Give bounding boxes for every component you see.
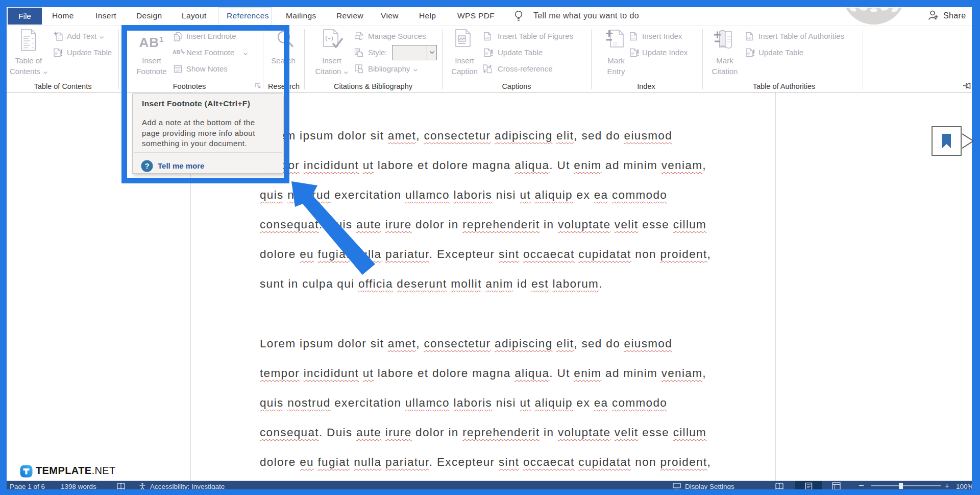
tab-view[interactable]: View xyxy=(381,7,399,25)
update-index-button[interactable]: Update Index xyxy=(642,48,688,58)
zoom-in-button[interactable]: + xyxy=(945,481,949,489)
zoom-slider-thumb[interactable] xyxy=(899,483,903,489)
group-separator xyxy=(863,29,863,89)
tooltip-title: Insert Footnote (Alt+Ctrl+F) xyxy=(142,99,250,108)
tab-review[interactable]: Review xyxy=(336,7,363,25)
group-label-authorities: Table of Authorities xyxy=(738,82,830,90)
document-text-line[interactable]: consequat. Duis aute irure dolor in repr… xyxy=(260,418,706,447)
add-text-button[interactable]: Add Text xyxy=(67,31,104,41)
button-label: Entry xyxy=(588,66,644,77)
tooltip-body: Add a note at the bottom of the page pro… xyxy=(142,117,255,149)
status-display-settings[interactable]: Display Settings xyxy=(685,483,734,489)
mark-entry-icon xyxy=(605,29,627,51)
document-text-line[interactable]: dolore eu fugiat nulla pariatur. Excepte… xyxy=(260,447,711,477)
status-bar: Page 1 of 6 1398 words Accessibility: In… xyxy=(7,481,972,489)
update-table-captions-icon xyxy=(483,48,494,58)
tell-me-more-link[interactable]: Tell me more xyxy=(158,161,204,170)
help-icon: ? xyxy=(141,160,153,172)
style-combo-arrow[interactable] xyxy=(427,45,436,60)
style-icon xyxy=(354,48,364,58)
accessibility-icon[interactable] xyxy=(139,482,146,489)
tab-help[interactable]: Help xyxy=(419,7,436,25)
insert-citation-button[interactable]: Insert Citation xyxy=(304,55,360,77)
table-of-contents-icon xyxy=(21,29,36,51)
group-label-index: Index xyxy=(631,82,662,90)
update-table-authorities-button[interactable]: Update Table xyxy=(758,48,803,58)
button-label: Table of xyxy=(1,55,57,66)
zoom-out-button[interactable]: – xyxy=(859,481,864,489)
tab-design[interactable]: Design xyxy=(136,7,162,25)
group-label-captions: Captions xyxy=(491,82,542,90)
brand-name: TEMPLATE.NET xyxy=(36,465,116,477)
insert-index-button[interactable]: Insert Index xyxy=(642,31,682,41)
tab-insert[interactable]: Insert xyxy=(95,7,116,25)
page-right-edge xyxy=(775,92,776,481)
share-button[interactable]: Share xyxy=(943,7,966,25)
cross-reference-button[interactable]: Cross-reference xyxy=(498,64,553,74)
bibliography-button[interactable]: Bibliography xyxy=(368,64,418,74)
mark-entry-button[interactable]: Mark Entry xyxy=(588,55,644,77)
update-table-icon xyxy=(53,48,63,58)
tab-file[interactable]: File xyxy=(8,8,42,25)
style-label: Style: xyxy=(368,48,387,58)
button-label: Mark xyxy=(697,55,753,66)
button-label: Citation xyxy=(304,66,360,77)
update-index-icon xyxy=(629,48,640,58)
button-label: Citation xyxy=(697,66,753,77)
tell-me-box[interactable]: Tell me what you want to do xyxy=(533,7,639,25)
status-word-count[interactable]: 1398 words xyxy=(61,483,96,489)
insert-footnote-tooltip: Insert Footnote (Alt+Ctrl+F) Add a note … xyxy=(132,93,283,174)
tab-home[interactable]: Home xyxy=(52,7,74,25)
read-mode-icon[interactable] xyxy=(775,482,784,489)
zoom-slider-track[interactable] xyxy=(871,485,941,486)
share-icon xyxy=(928,10,939,21)
document-text-line[interactable]: Lorem ipsum dolor sit amet, consectetur … xyxy=(260,329,672,359)
group-label-toc: Table of Contents xyxy=(19,82,106,90)
tab-layout[interactable]: Layout xyxy=(182,7,207,25)
document-text-line[interactable]: tempor incididunt ut labore et dolore ma… xyxy=(260,359,706,388)
add-text-icon xyxy=(53,31,63,41)
update-table-button[interactable]: Update Table xyxy=(67,48,112,58)
style-combobox[interactable] xyxy=(392,45,437,60)
bibliography-icon xyxy=(354,64,364,74)
svg-text:?: ? xyxy=(144,161,149,170)
manage-sources-button[interactable]: Manage Sources xyxy=(368,31,426,41)
proofing-icon[interactable] xyxy=(116,482,126,489)
zoom-level[interactable]: 100% xyxy=(956,483,972,489)
insert-table-of-authorities-button[interactable]: Insert Table of Authorities xyxy=(758,31,844,41)
button-label: Contents xyxy=(1,66,57,77)
insert-caption-icon xyxy=(454,29,475,51)
brand-logo-icon xyxy=(20,465,33,478)
insert-table-of-figures-icon xyxy=(483,31,494,41)
watermark-circle xyxy=(842,8,906,25)
lightbulb-icon xyxy=(513,10,524,21)
table-of-contents-button[interactable]: Table of Contents xyxy=(1,55,57,77)
bookmark-widget[interactable] xyxy=(931,126,974,157)
button-label: Insert xyxy=(304,55,360,66)
insert-citation-icon xyxy=(322,29,344,51)
mark-citation-icon xyxy=(714,30,736,52)
status-page-number[interactable]: Page 1 of 6 xyxy=(10,483,45,489)
document-text-line[interactable]: Lorem ipsum dolor sit amet, consectetur … xyxy=(260,121,672,151)
update-table-captions-button[interactable]: Update Table xyxy=(498,48,543,58)
screenshot-frame: File Home Insert Design Layout Reference… xyxy=(0,0,980,495)
update-table-authorities-icon xyxy=(745,48,755,58)
cross-reference-icon xyxy=(482,64,493,74)
print-layout-selected[interactable] xyxy=(795,481,822,489)
tooltip-separator xyxy=(134,152,282,153)
insert-table-of-figures-button[interactable]: Insert Table of Figures xyxy=(498,31,573,41)
status-accessibility[interactable]: Accessibility: Investigate xyxy=(150,483,225,489)
display-settings-icon xyxy=(673,483,681,489)
group-separator xyxy=(118,29,119,89)
pin-ribbon-icon[interactable] xyxy=(963,81,971,90)
document-text-line[interactable]: quis nostrud exercitation ullamco labori… xyxy=(260,388,667,418)
group-label-citations: Citations & Bibliography xyxy=(320,82,427,90)
web-layout-icon[interactable] xyxy=(832,482,841,489)
insert-table-of-authorities-icon xyxy=(745,31,755,41)
insert-index-icon xyxy=(629,31,640,41)
mark-citation-button[interactable]: Mark Citation xyxy=(697,55,753,77)
tab-mailings[interactable]: Mailings xyxy=(286,7,316,25)
tab-references[interactable]: References xyxy=(227,7,269,25)
annotation-arrow xyxy=(286,176,383,281)
tab-wps-pdf[interactable]: WPS PDF xyxy=(457,7,495,25)
